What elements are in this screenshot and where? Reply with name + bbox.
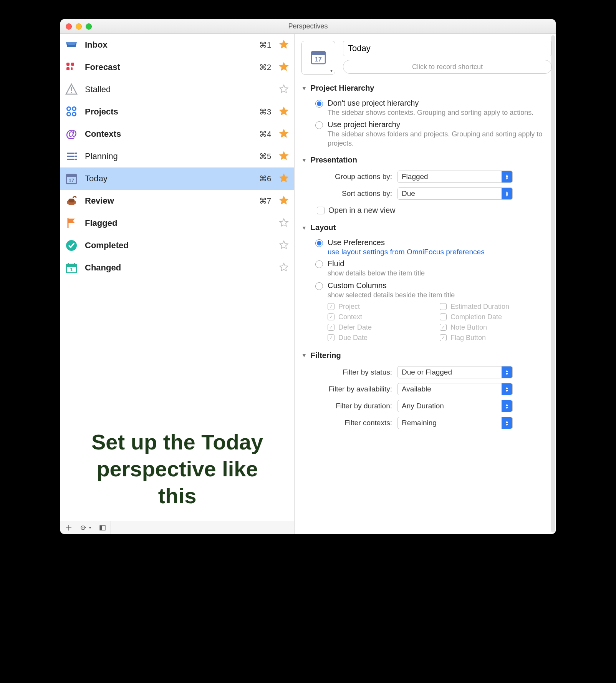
perspective-row[interactable]: @ Contexts ⌘4 — [60, 123, 294, 145]
minimize-button[interactable] — [76, 23, 82, 30]
star-toggle[interactable] — [279, 173, 290, 184]
filter-select[interactable]: Due or Flagged▴▾ — [397, 366, 513, 378]
layout-radio[interactable] — [315, 239, 323, 247]
perspective-row[interactable]: Forecast ⌘2 — [60, 56, 294, 78]
close-button[interactable] — [66, 23, 72, 30]
perspective-shortcut: ⌘4 — [256, 129, 271, 139]
column-checkbox[interactable] — [440, 313, 447, 320]
column-label: Project — [338, 303, 360, 311]
record-shortcut-button[interactable]: Click to record shortcut — [343, 60, 552, 74]
list-toolbar: ▾ — [60, 521, 294, 534]
add-perspective-button[interactable] — [60, 521, 77, 534]
layout-radio[interactable] — [315, 282, 323, 290]
group-by-select[interactable]: Flagged▴▾ — [397, 171, 513, 183]
perspective-row[interactable]: 17 Today ⌘6 — [60, 167, 294, 190]
column-label: Defer Date — [338, 323, 372, 332]
disclosure-triangle-icon[interactable]: ▼ — [301, 157, 307, 163]
column-checkbox[interactable] — [440, 324, 447, 331]
svg-rect-33 — [311, 51, 325, 55]
column-checkbox[interactable] — [328, 313, 334, 320]
perspective-list-pane: Inbox ⌘1 Forecast ⌘2 Stalled Projects ⌘3… — [60, 34, 295, 534]
perspective-label: Completed — [85, 240, 250, 250]
group-by-label: Group actions by: — [315, 172, 392, 181]
filter-label: Filter by duration: — [315, 402, 392, 410]
gear-menu-button[interactable]: ▾ — [77, 521, 94, 534]
perspective-row[interactable]: Review ⌘7 — [60, 190, 294, 212]
star-toggle[interactable] — [279, 240, 290, 251]
perspective-row[interactable]: Projects ⌘3 — [60, 101, 294, 123]
star-toggle[interactable] — [279, 84, 290, 95]
perspective-label: Inbox — [85, 40, 250, 50]
disclosure-triangle-icon[interactable]: ▼ — [301, 225, 307, 231]
column-label: Estimated Duration — [450, 303, 509, 311]
option-description: show selected details beside the item ti… — [328, 291, 455, 300]
perspective-row[interactable]: 1 Changed — [60, 257, 294, 279]
open-new-view-checkbox[interactable] — [317, 207, 325, 214]
svg-rect-1 — [71, 63, 74, 66]
filter-select[interactable]: Remaining▴▾ — [397, 417, 513, 429]
perspective-shortcut: ⌘7 — [256, 196, 271, 206]
today-icon: 17 — [63, 171, 79, 187]
perspective-icon-picker[interactable]: 17 — [301, 41, 335, 75]
projects-icon — [63, 104, 79, 120]
annotation-text: Set up the Today perspective like this — [60, 417, 294, 521]
titlebar: Perspectives — [60, 19, 556, 34]
perspective-row[interactable]: Stalled — [60, 78, 294, 101]
svg-rect-0 — [66, 63, 70, 66]
svg-point-7 — [73, 107, 76, 111]
stalled-icon — [63, 81, 79, 98]
column-checkbox[interactable] — [328, 303, 334, 310]
zoom-button[interactable] — [86, 23, 92, 30]
disclosure-triangle-icon[interactable]: ▼ — [301, 352, 307, 358]
perspective-row[interactable]: Planning ⌘5 — [60, 145, 294, 167]
perspective-row[interactable]: Inbox ⌘1 — [60, 34, 294, 56]
perspective-label: Today — [85, 174, 250, 184]
filter-select[interactable]: Available▴▾ — [397, 383, 513, 395]
inbox-icon — [63, 37, 79, 53]
option-label: Use Preferences — [328, 238, 485, 247]
section-title: Project Hierarchy — [311, 84, 374, 93]
filter-select[interactable]: Any Duration▴▾ — [397, 400, 513, 412]
perspective-row[interactable]: Completed — [60, 234, 294, 257]
star-toggle[interactable] — [279, 151, 290, 162]
forecast-icon — [63, 59, 79, 75]
svg-rect-21 — [68, 199, 75, 202]
column-checkbox[interactable] — [440, 303, 447, 310]
column-checkbox[interactable] — [440, 334, 447, 341]
star-toggle[interactable] — [279, 62, 290, 73]
collapse-button[interactable] — [94, 521, 111, 534]
perspective-label: Flagged — [85, 218, 250, 228]
open-new-view-label: Open in a new view — [328, 206, 396, 215]
completed-icon — [63, 237, 79, 254]
perspective-label: Stalled — [85, 85, 250, 94]
section-title: Presentation — [311, 156, 357, 164]
sort-by-label: Sort actions by: — [315, 189, 392, 198]
svg-text:17: 17 — [315, 56, 322, 63]
perspective-editor: 17 Click to record shortcut ▼Project Hie… — [295, 34, 556, 534]
preferences-link[interactable]: use layout settings from OmniFocus prefe… — [328, 248, 485, 256]
perspective-shortcut: ⌘3 — [256, 107, 271, 116]
star-toggle[interactable] — [279, 129, 290, 139]
perspective-row[interactable]: Flagged — [60, 212, 294, 234]
perspective-name-input[interactable] — [343, 41, 552, 56]
column-checkbox[interactable] — [328, 324, 334, 331]
traffic-lights — [66, 23, 92, 30]
star-toggle[interactable] — [279, 196, 290, 206]
hierarchy-radio[interactable] — [315, 121, 323, 129]
disclosure-triangle-icon[interactable]: ▼ — [301, 85, 307, 91]
column-checkbox[interactable] — [328, 334, 334, 341]
star-toggle[interactable] — [279, 106, 290, 117]
star-toggle[interactable] — [279, 218, 290, 229]
star-toggle[interactable] — [279, 262, 290, 273]
perspective-label: Contexts — [85, 129, 250, 139]
svg-text:17: 17 — [69, 177, 74, 183]
layout-radio[interactable] — [315, 260, 323, 268]
svg-point-29 — [83, 527, 84, 528]
perspective-label: Changed — [85, 263, 250, 273]
filter-label: Filter by status: — [315, 368, 392, 376]
column-label: Context — [338, 313, 362, 321]
sort-by-select[interactable]: Due▴▾ — [397, 187, 513, 200]
star-toggle[interactable] — [279, 40, 290, 50]
svg-point-9 — [73, 113, 76, 116]
hierarchy-radio[interactable] — [315, 100, 323, 108]
